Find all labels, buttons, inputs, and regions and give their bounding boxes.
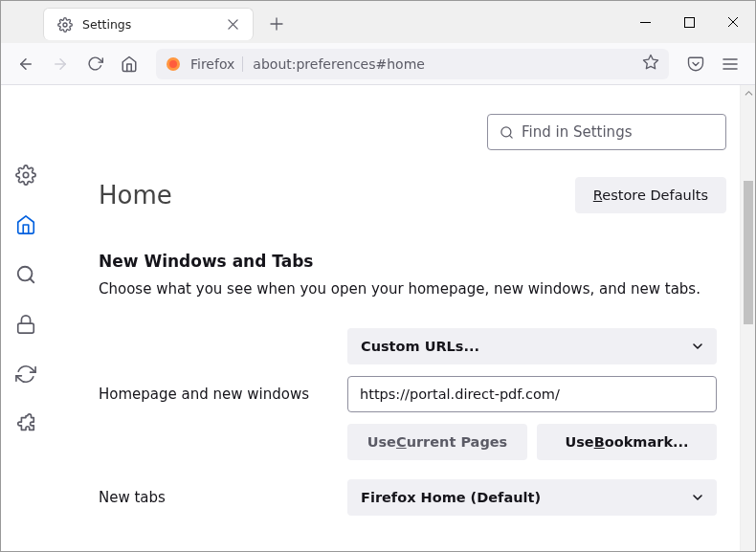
lock-icon: [15, 314, 36, 335]
tab-settings[interactable]: Settings: [43, 8, 254, 40]
home-icon: [15, 214, 36, 235]
forward-arrow-icon: [52, 55, 69, 73]
sidebar-item-extensions[interactable]: [12, 410, 39, 437]
star-icon: [642, 54, 659, 71]
use-current-pages-button[interactable]: Use Current Pages: [347, 424, 527, 460]
new-tab-button[interactable]: [263, 11, 290, 37]
svg-point-7: [23, 172, 29, 178]
scrollbar-thumb[interactable]: [744, 181, 753, 324]
minimize-icon: [640, 17, 651, 28]
sidebar-item-search[interactable]: [12, 261, 39, 288]
gear-icon: [57, 17, 73, 33]
nav-toolbar: Firefox about:preferences#home: [1, 43, 755, 85]
svg-rect-1: [684, 17, 694, 27]
sidebar-item-privacy[interactable]: [12, 311, 39, 338]
url-bar[interactable]: Firefox about:preferences#home: [156, 49, 669, 79]
pocket-icon: [687, 55, 704, 73]
svg-line-9: [30, 278, 33, 282]
settings-search-input[interactable]: [522, 123, 714, 141]
settings-content: Home Restore Defaults New Windows and Ta…: [1, 85, 755, 551]
svg-point-5: [169, 60, 177, 68]
homepage-url-input[interactable]: [347, 376, 717, 412]
hamburger-icon: [723, 56, 738, 72]
home-icon: [121, 55, 138, 73]
back-arrow-icon: [17, 55, 34, 73]
svg-point-0: [63, 23, 67, 27]
vertical-scrollbar[interactable]: [740, 85, 755, 551]
use-bookmark-button[interactable]: Use Bookmark...: [537, 424, 717, 460]
forward-button[interactable]: [45, 49, 76, 79]
firefox-window: Settings: [0, 0, 756, 552]
pocket-button[interactable]: [680, 49, 711, 79]
settings-search-box[interactable]: [487, 114, 726, 150]
homepage-label: Homepage and new windows: [99, 386, 347, 403]
close-window-button[interactable]: [711, 1, 755, 43]
minimize-button[interactable]: [623, 1, 667, 43]
newtabs-label: New tabs: [99, 489, 347, 506]
close-icon: [727, 16, 739, 28]
chevron-up-icon: [745, 89, 753, 98]
sidebar-item-sync[interactable]: [12, 361, 39, 387]
maximize-button[interactable]: [667, 1, 711, 43]
settings-sidebar: [1, 85, 51, 551]
section-description: Choose what you see when you open your h…: [99, 280, 717, 298]
maximize-icon: [684, 17, 695, 28]
settings-main-panel: Home Restore Defaults New Windows and Ta…: [51, 85, 755, 551]
firefox-icon: [166, 56, 181, 72]
svg-line-12: [509, 135, 512, 138]
chevron-down-icon: [692, 492, 703, 503]
svg-marker-6: [644, 55, 658, 68]
svg-rect-10: [18, 323, 34, 333]
titlebar: Settings: [1, 1, 755, 43]
page-title: Home: [99, 181, 172, 210]
newtabs-mode-select[interactable]: Firefox Home (Default): [347, 479, 717, 516]
sidebar-item-general[interactable]: [12, 162, 39, 188]
sync-icon: [15, 364, 36, 385]
scroll-up-button[interactable]: [741, 85, 755, 101]
chevron-down-icon: [692, 341, 703, 352]
gear-icon: [15, 165, 36, 186]
section-heading: New Windows and Tabs: [99, 252, 717, 271]
close-icon: [228, 19, 238, 30]
window-controls: [623, 1, 755, 43]
tab-label: Settings: [82, 17, 214, 32]
urlbar-identity-label: Firefox: [190, 56, 243, 72]
home-button[interactable]: [114, 49, 145, 79]
tab-close-button[interactable]: [224, 16, 241, 33]
back-button[interactable]: [11, 49, 41, 79]
search-icon: [15, 264, 36, 285]
sidebar-item-home[interactable]: [12, 211, 39, 238]
homepage-mode-select[interactable]: Custom URLs...: [347, 328, 717, 364]
restore-defaults-button[interactable]: Restore Defaults: [575, 177, 726, 213]
select-value: Firefox Home (Default): [361, 490, 541, 505]
bookmark-star-button[interactable]: [642, 54, 659, 75]
search-icon: [500, 125, 514, 140]
plus-icon: [270, 17, 283, 31]
select-value: Custom URLs...: [361, 339, 479, 354]
app-menu-button[interactable]: [715, 49, 745, 79]
puzzle-icon: [15, 413, 36, 434]
urlbar-text: about:preferences#home: [253, 56, 633, 72]
reload-icon: [87, 55, 103, 72]
reload-button[interactable]: [79, 49, 110, 79]
